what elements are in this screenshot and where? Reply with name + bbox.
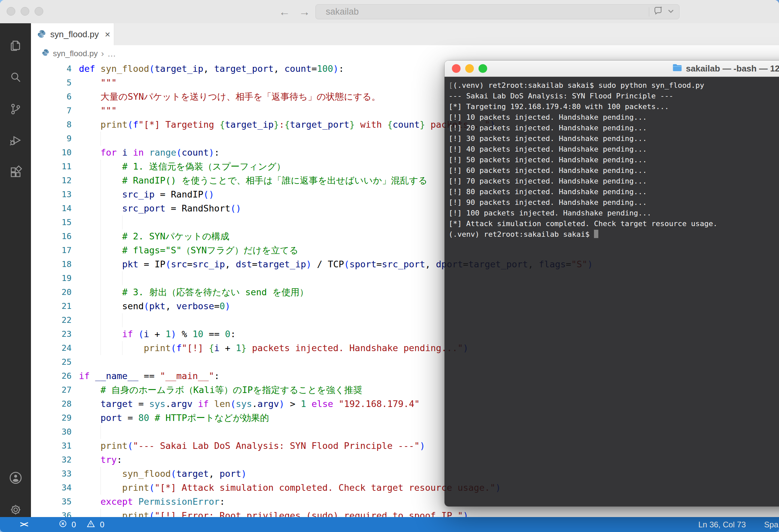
terminal-title-text: sakailab — -bash — 120×: [686, 64, 779, 74]
sidebar-item-accounts[interactable]: [0, 463, 31, 494]
code-text: port = 80 # HTTPポートなどが効果的: [79, 411, 269, 425]
copilot-chat-icon[interactable]: [653, 6, 663, 18]
terminal-line: [!] 70 packets injected. Handshake pendi…: [448, 176, 779, 187]
sidebar-item-extensions[interactable]: [0, 157, 31, 189]
terminal-line: [!] 80 packets injected. Handshake pendi…: [448, 187, 779, 197]
terminal-line: [*] Attack simulation completed. Check t…: [448, 218, 779, 229]
code-text: try:: [79, 453, 122, 467]
breadcrumb[interactable]: syn_flood.py › …: [31, 45, 779, 62]
line-number[interactable]: 20: [31, 285, 71, 299]
cursor-position[interactable]: Ln 36, Col 73: [699, 520, 746, 529]
command-center[interactable]: sakailab: [315, 4, 679, 19]
chevron-down-icon[interactable]: [667, 7, 674, 17]
line-number[interactable]: 22: [31, 313, 71, 327]
errors-count[interactable]: 0: [71, 520, 76, 529]
terminal-zoom-button[interactable]: [479, 64, 487, 73]
line-number[interactable]: 25: [31, 355, 71, 369]
line-number[interactable]: 29: [31, 411, 71, 425]
extensions-icon: [9, 165, 23, 181]
warnings-icon[interactable]: [86, 520, 95, 530]
line-number[interactable]: 33: [31, 467, 71, 481]
terminal-close-button[interactable]: [452, 64, 461, 73]
line-number[interactable]: 6: [31, 90, 71, 104]
code-line[interactable]: 36 print("[!] Error: Root privileges (su…: [31, 509, 779, 517]
line-number[interactable]: 12: [31, 174, 71, 188]
code-text: except PermissionError:: [79, 495, 225, 509]
indent-guide: [122, 215, 122, 229]
terminal-titlebar[interactable]: sakailab — -bash — 120×: [444, 61, 779, 77]
line-number[interactable]: 9: [31, 132, 71, 146]
close-window-button[interactable]: [7, 7, 15, 16]
git-branch-icon: [9, 102, 23, 117]
line-number[interactable]: 13: [31, 188, 71, 201]
line-number[interactable]: 35: [31, 495, 71, 509]
code-text: if __name__ == "__main__":: [79, 369, 220, 383]
indent-guide: [101, 313, 101, 327]
indent-guide: [101, 215, 101, 229]
sidebar-item-explorer[interactable]: [0, 30, 31, 62]
line-number[interactable]: 10: [31, 146, 71, 159]
line-number[interactable]: 28: [31, 397, 71, 411]
line-number[interactable]: 19: [31, 271, 71, 285]
terminal-minimize-button[interactable]: [465, 64, 474, 73]
zoom-window-button[interactable]: [35, 7, 43, 16]
line-number[interactable]: 23: [31, 327, 71, 341]
indentation-setting[interactable]: Spa: [764, 520, 778, 529]
line-number[interactable]: 7: [31, 104, 71, 118]
line-number[interactable]: 11: [31, 159, 71, 174]
terminal-line: [!] 100 packets injected. Handshake pend…: [448, 208, 779, 218]
terminal-line: [*] Targeting 192.168.179.4:80 with 100 …: [448, 102, 779, 112]
line-number[interactable]: 5: [31, 76, 71, 90]
terminal-body[interactable]: [(.venv) ret2root:sakailab sakai$ sudo p…: [444, 77, 779, 507]
divider: [649, 7, 649, 17]
back-icon[interactable]: ←: [279, 5, 290, 18]
forward-icon[interactable]: →: [299, 5, 310, 18]
terminal-cursor: [594, 230, 598, 238]
tab-syn-flood-py[interactable]: syn_flood.py ×: [31, 23, 114, 46]
terminal-window[interactable]: sakailab — -bash — 120× [(.venv) ret2roo…: [444, 61, 779, 507]
line-number[interactable]: 15: [31, 215, 71, 229]
line-number[interactable]: 14: [31, 201, 71, 215]
sidebar-item-run-debug[interactable]: [0, 126, 31, 157]
code-text: 大量のSYNパケットを送りつけ、相手を「返事待ち」の状態にする。: [79, 90, 380, 104]
sidebar-item-source-control[interactable]: [0, 94, 31, 125]
account-icon: [8, 470, 23, 486]
breadcrumb-symbol[interactable]: …: [107, 49, 116, 59]
code-text: def syn_flood(target_ip, target_port, co…: [79, 62, 344, 76]
line-number[interactable]: 34: [31, 481, 71, 495]
line-number[interactable]: 36: [31, 509, 71, 517]
status-bar: >< 0 0 Ln 36, Col 73 Spa: [0, 517, 779, 532]
code-text: send(pkt, verbose=0): [79, 299, 230, 313]
code-text: # RandIP() を使うことで、相手は「誰に返事を出せばいいか」混乱する: [79, 174, 427, 188]
line-number[interactable]: 31: [31, 439, 71, 453]
line-number[interactable]: 18: [31, 257, 71, 271]
line-number[interactable]: 24: [31, 341, 71, 355]
code-text: src_ip = RandIP(): [79, 188, 214, 201]
terminal-line: [!] 30 packets injected. Handshake pendi…: [448, 133, 779, 144]
line-number[interactable]: 8: [31, 118, 71, 132]
history-nav: ← →: [279, 0, 310, 23]
errors-icon[interactable]: [59, 520, 67, 530]
code-text: for i in range(count):: [79, 146, 220, 159]
code-text: syn_flood(target, port): [79, 467, 247, 481]
line-number[interactable]: 26: [31, 369, 71, 383]
minimize-window-button[interactable]: [21, 7, 29, 16]
terminal-line: [!] 50 packets injected. Handshake pendi…: [448, 155, 779, 165]
line-number[interactable]: 27: [31, 383, 71, 397]
sidebar-item-search[interactable]: [0, 63, 31, 94]
remote-indicator-icon[interactable]: ><: [20, 520, 27, 529]
line-number[interactable]: 30: [31, 425, 71, 439]
close-tab-icon[interactable]: ×: [105, 29, 110, 40]
gear-icon: [9, 503, 23, 518]
line-number[interactable]: 4: [31, 62, 71, 76]
line-number[interactable]: 17: [31, 244, 71, 257]
files-icon: [9, 39, 23, 54]
warnings-count[interactable]: 0: [100, 520, 104, 529]
line-number[interactable]: 21: [31, 299, 71, 313]
line-number[interactable]: 16: [31, 229, 71, 244]
breadcrumb-separator: ›: [101, 49, 104, 59]
code-text: print("[*] Attack simulation completed. …: [79, 481, 501, 495]
code-text: """: [79, 76, 117, 90]
line-number[interactable]: 32: [31, 453, 71, 467]
breadcrumb-file[interactable]: syn_flood.py: [53, 49, 98, 58]
